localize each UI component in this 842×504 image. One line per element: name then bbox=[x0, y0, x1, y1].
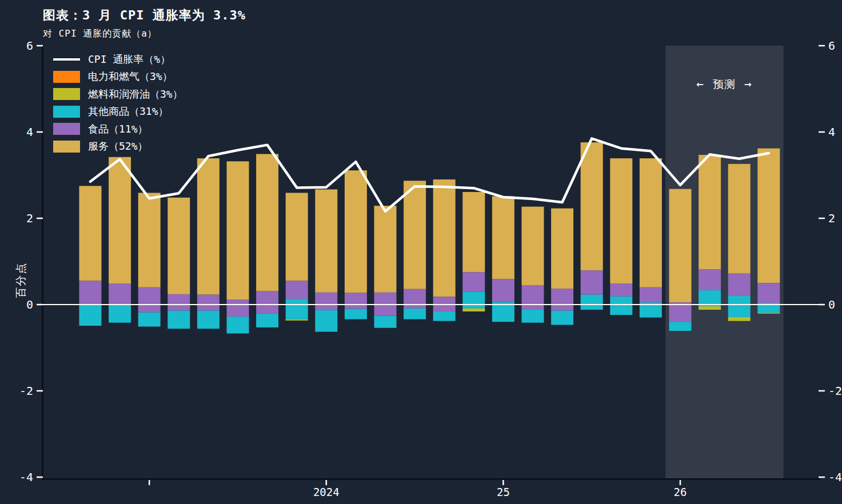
x-tick bbox=[680, 480, 681, 485]
y-tick-right bbox=[819, 304, 825, 306]
y-axis-line bbox=[42, 46, 43, 480]
bar-23-segment-fuels_lubricants bbox=[728, 317, 751, 321]
bar-10-segment-other_goods bbox=[345, 309, 367, 319]
legend-label: 其他商品（31%） bbox=[88, 105, 169, 118]
bar-1-segment-other_goods bbox=[79, 305, 102, 326]
y-axis-title: 百分点 bbox=[14, 234, 29, 326]
zero-line bbox=[43, 304, 819, 305]
bar-7-segment-food bbox=[256, 291, 278, 314]
y-tick-label-left: -2 bbox=[19, 384, 33, 398]
legend-item-4: 食品（11%） bbox=[53, 123, 183, 135]
bar-12-segment-services bbox=[404, 181, 426, 289]
legend-item-2: 燃料和润滑油（3%） bbox=[53, 88, 183, 100]
y-tick-label-right: -2 bbox=[828, 384, 842, 398]
legend-color-swatch-other_goods bbox=[53, 106, 80, 118]
bar-6-segment-services bbox=[227, 161, 249, 299]
x-axis-line bbox=[42, 478, 820, 480]
x-tick-label: 25 bbox=[497, 486, 510, 498]
bar-22-segment-fuels_lubricants bbox=[699, 306, 721, 310]
y-tick-right bbox=[819, 477, 825, 478]
y-tick-label-left: 6 bbox=[26, 39, 33, 53]
y-tick-right bbox=[819, 390, 825, 392]
bar-18-segment-food bbox=[581, 270, 603, 294]
legend-item-0: CPI 通胀率（%） bbox=[53, 53, 183, 65]
bar-15-segment-food bbox=[492, 279, 514, 302]
bar-16-segment-services bbox=[522, 207, 544, 285]
chart-header: 图表：3 月 CPI 通胀率为 3.3% 对 CPI 通胀的贡献（a） bbox=[43, 7, 246, 40]
bar-24-segment-services bbox=[757, 149, 780, 283]
bar-15-segment-services bbox=[492, 196, 514, 279]
legend-label: 燃料和润滑油（3%） bbox=[88, 87, 183, 101]
bar-13-segment-other_goods bbox=[433, 311, 456, 321]
bar-18-segment-services bbox=[581, 142, 603, 270]
bar-14-segment-other_goods bbox=[462, 291, 485, 308]
bar-21-segment-food bbox=[669, 302, 692, 322]
legend-label: CPI 通胀率（%） bbox=[88, 53, 170, 66]
y-tick-left bbox=[37, 304, 43, 306]
bar-22-segment-services bbox=[699, 155, 721, 269]
legend-item-1: 电力和燃气（3%） bbox=[53, 71, 183, 83]
bar-8-segment-other_goods bbox=[286, 299, 308, 319]
bar-1-segment-food bbox=[79, 281, 102, 305]
bar-8-segment-fuels_lubricants bbox=[286, 319, 308, 321]
forecast-label-text: 预测 bbox=[713, 78, 736, 90]
bar-10-segment-food bbox=[345, 293, 367, 309]
bar-14-segment-fuels_lubricants bbox=[462, 309, 485, 311]
bar-2-segment-services bbox=[109, 157, 131, 283]
y-tick-label-right: -4 bbox=[828, 470, 842, 484]
bar-16-segment-food bbox=[522, 285, 544, 310]
bar-20-segment-food bbox=[640, 287, 662, 302]
bar-3-segment-services bbox=[138, 193, 161, 287]
x-tick bbox=[149, 480, 150, 485]
y-tick-label-left: 4 bbox=[26, 125, 33, 139]
cpi-contributions-chart: -4-4-2-20022446620242526 图表：3 月 CPI 通胀率为… bbox=[0, 0, 842, 504]
bar-16-segment-other_goods bbox=[522, 310, 544, 323]
bar-19-segment-services bbox=[610, 158, 632, 283]
bar-3-segment-food bbox=[138, 287, 161, 313]
legend-label: 电力和燃气（3%） bbox=[88, 70, 173, 83]
legend-line-swatch bbox=[53, 58, 80, 61]
bar-6-segment-other_goods bbox=[227, 317, 249, 333]
bar-4-segment-food bbox=[167, 294, 190, 311]
x-tick bbox=[326, 480, 328, 485]
bar-11-segment-services bbox=[374, 206, 397, 293]
bar-22-segment-other_goods bbox=[699, 290, 721, 306]
bar-10-segment-services bbox=[345, 170, 367, 293]
bar-11-segment-other_goods bbox=[374, 316, 397, 328]
bar-1-segment-services bbox=[79, 186, 102, 281]
bar-24-segment-food bbox=[757, 283, 780, 303]
bar-4-segment-services bbox=[167, 198, 190, 294]
y-tick-right bbox=[819, 45, 825, 47]
left-arrow-icon: ← bbox=[696, 77, 704, 91]
bar-14-segment-services bbox=[462, 192, 485, 272]
bar-2-segment-food bbox=[109, 283, 131, 305]
bar-14-segment-food bbox=[462, 272, 485, 291]
y-tick-left bbox=[37, 218, 43, 219]
chart-subtitle: 对 CPI 通胀的贡献（a） bbox=[43, 28, 246, 40]
bar-21-segment-services bbox=[669, 189, 692, 303]
bar-19-segment-other_goods bbox=[610, 297, 632, 315]
bar-23-segment-services bbox=[728, 164, 751, 274]
legend-item-3: 其他商品（31%） bbox=[53, 106, 183, 118]
y-tick-label-right: 2 bbox=[828, 211, 835, 225]
bar-17-segment-other_goods bbox=[551, 311, 573, 325]
bar-23-segment-other_goods bbox=[728, 296, 751, 317]
y-tick-left bbox=[37, 477, 43, 478]
bar-17-segment-food bbox=[551, 289, 573, 311]
page-title: 图表：3 月 CPI 通胀率为 3.3% bbox=[43, 7, 246, 24]
right-arrow-icon: → bbox=[744, 77, 752, 91]
x-tick bbox=[502, 480, 504, 485]
y-tick-label-right: 0 bbox=[828, 298, 835, 311]
legend-color-swatch-fuels_lubricants bbox=[53, 88, 80, 100]
bar-17-segment-services bbox=[551, 209, 573, 289]
legend-color-swatch-services bbox=[53, 141, 80, 153]
forecast-label: ←预测→ bbox=[667, 77, 781, 92]
y-tick-right bbox=[819, 131, 825, 133]
bar-24-segment-fuels_lubricants bbox=[757, 313, 780, 314]
bar-12-segment-other_goods bbox=[404, 309, 426, 319]
bar-12-segment-food bbox=[404, 289, 426, 309]
bar-9-segment-services bbox=[315, 189, 337, 292]
bar-18-segment-other_goods bbox=[581, 295, 603, 310]
chart-legend: CPI 通胀率（%）电力和燃气（3%）燃料和润滑油（3%）其他商品（31%）食品… bbox=[53, 53, 183, 158]
y-tick-label-left: -4 bbox=[19, 470, 33, 484]
